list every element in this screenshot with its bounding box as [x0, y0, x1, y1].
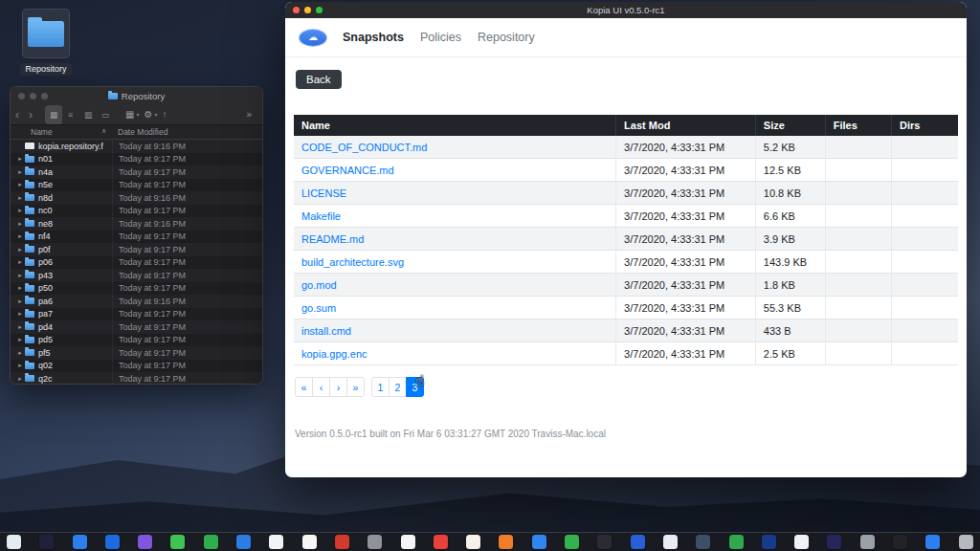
disclosure-triangle-icon[interactable]: ▸ — [15, 349, 25, 357]
finder-row[interactable]: ▸ p43 Today at 9:17 PM — [11, 269, 262, 282]
page-1-button[interactable]: 1 — [371, 377, 390, 397]
page-first-button[interactable]: « — [295, 377, 313, 397]
disclosure-triangle-icon[interactable]: ▸ — [15, 155, 25, 163]
disclosure-triangle-icon[interactable]: ▸ — [15, 207, 25, 214]
kopia-titlebar[interactable]: Kopia UI v0.5.0-rc1 — [285, 2, 967, 18]
finder-row[interactable]: ▸ pd4 Today at 9:17 PM — [11, 320, 262, 334]
column-view-button[interactable]: ▥ — [79, 105, 97, 124]
file-link[interactable]: build_architecture.svg — [294, 251, 616, 274]
desktop-icon-repository[interactable]: Repository — [20, 9, 72, 76]
finder-row[interactable]: ▸ p50 Today at 9:17 PM — [11, 282, 262, 296]
dock-app-icon[interactable] — [204, 535, 218, 549]
disclosure-triangle-icon[interactable]: ▸ — [15, 246, 25, 253]
disclosure-triangle-icon[interactable]: ▸ — [15, 194, 25, 202]
finder-titlebar[interactable]: Repository — [11, 87, 262, 104]
finder-row[interactable]: ▸ pa7 Today at 9:17 PM — [11, 308, 262, 321]
finder-row[interactable]: ▸ q2c Today at 9:17 PM — [11, 372, 262, 385]
nav-snapshots[interactable]: Snapshots — [343, 31, 404, 44]
zoom-button[interactable] — [41, 93, 48, 99]
dock-app-icon[interactable] — [631, 535, 645, 549]
page-prev-button[interactable]: ‹ — [312, 377, 330, 397]
dock-app-icon[interactable] — [696, 535, 710, 549]
zoom-button[interactable] — [316, 7, 323, 13]
file-link[interactable]: CODE_OF_CONDUCT.md — [294, 136, 616, 159]
disclosure-triangle-icon[interactable]: ▸ — [15, 298, 25, 305]
disclosure-triangle-icon[interactable]: ▸ — [15, 310, 25, 318]
minimize-button[interactable] — [304, 7, 311, 13]
disclosure-triangle-icon[interactable]: ▸ — [15, 258, 25, 266]
dock-app-icon[interactable] — [729, 535, 744, 549]
toolbar-overflow-button[interactable]: » — [241, 105, 256, 124]
dock-app-icon[interactable] — [7, 535, 21, 549]
dock-app-icon[interactable] — [762, 535, 776, 549]
dock-app-icon[interactable] — [794, 535, 809, 549]
page-2-button[interactable]: 2 — [389, 377, 407, 397]
file-link[interactable]: Makefile — [294, 205, 616, 228]
dock-app-icon[interactable] — [597, 535, 612, 549]
finder-row[interactable]: ▸ ne8 Today at 9:16 PM — [11, 217, 262, 231]
dock-app-icon[interactable] — [269, 535, 283, 549]
disclosure-triangle-icon[interactable]: ▸ — [15, 181, 25, 188]
finder-row[interactable]: ▸ nc0 Today at 9:17 PM — [11, 205, 262, 218]
dock-app-icon[interactable] — [959, 535, 973, 549]
column-header-date-modified[interactable]: Date Modified — [118, 127, 167, 137]
close-button[interactable] — [18, 93, 25, 99]
disclosure-triangle-icon[interactable]: ▸ — [15, 220, 25, 228]
finder-row[interactable]: ▸ n8d Today at 9:16 PM — [11, 191, 262, 205]
finder-row[interactable]: ▸ p0f Today at 9:17 PM — [11, 243, 262, 256]
dock-app-icon[interactable] — [434, 535, 448, 549]
dock-app-icon[interactable] — [302, 535, 317, 549]
disclosure-triangle-icon[interactable]: ▸ — [15, 168, 25, 176]
back-button[interactable]: ‹ — [11, 105, 24, 124]
dock-app-icon[interactable] — [236, 535, 251, 549]
list-view-button[interactable]: ≡ — [62, 105, 79, 124]
file-link[interactable]: install.cmd — [294, 320, 616, 342]
dock-app-icon[interactable] — [73, 535, 87, 549]
dock-app-icon[interactable] — [663, 535, 678, 549]
finder-row[interactable]: ▸ nf4 Today at 9:17 PM — [11, 231, 262, 244]
finder-row[interactable]: ▸ p06 Today at 9:17 PM — [11, 256, 262, 270]
file-link[interactable]: go.mod — [294, 274, 616, 297]
dock-app-icon[interactable] — [335, 535, 349, 549]
dock-app-icon[interactable] — [170, 535, 185, 549]
dock-app-icon[interactable] — [565, 535, 579, 549]
file-link[interactable]: README.md — [294, 228, 616, 251]
file-link[interactable]: LICENSE — [294, 182, 616, 205]
finder-row[interactable]: ▸ pf5 Today at 9:17 PM — [11, 346, 262, 360]
finder-row[interactable]: ▸ pd5 Today at 9:17 PM — [11, 334, 262, 347]
page-last-button[interactable]: » — [346, 377, 365, 397]
disclosure-triangle-icon[interactable]: ▸ — [15, 284, 25, 292]
dock-app-icon[interactable] — [466, 535, 480, 549]
dock-app-icon[interactable] — [138, 535, 152, 549]
finder-row[interactable]: ▸ pa6 Today at 9:16 PM — [11, 295, 262, 308]
file-link[interactable]: kopia.gpg.enc — [294, 342, 616, 365]
disclosure-triangle-icon[interactable]: ▸ — [15, 232, 25, 240]
dock-app-icon[interactable] — [39, 535, 54, 549]
file-link[interactable]: go.sum — [294, 297, 616, 320]
disclosure-triangle-icon[interactable]: ▸ — [15, 323, 25, 331]
dock-app-icon[interactable] — [532, 535, 546, 549]
dock-app-icon[interactable] — [105, 535, 120, 549]
file-link[interactable]: GOVERNANCE.md — [294, 159, 616, 182]
finder-row[interactable]: ▸ kopia.repository.f Today at 9:16 PM — [11, 140, 262, 153]
disclosure-triangle-icon[interactable]: ▸ — [15, 362, 25, 369]
dock-app-icon[interactable] — [860, 535, 875, 549]
dock-app-icon[interactable] — [368, 535, 382, 549]
forward-button[interactable]: › — [24, 105, 37, 124]
finder-row[interactable]: ▸ n5e Today at 9:17 PM — [11, 179, 262, 192]
back-button[interactable]: Back — [296, 70, 342, 89]
page-next-button[interactable]: › — [329, 377, 347, 397]
finder-row[interactable]: ▸ n01 Today at 9:17 PM — [11, 153, 262, 166]
close-button[interactable] — [293, 7, 300, 13]
icon-view-button[interactable]: ▦ — [45, 105, 62, 124]
minimize-button[interactable] — [30, 93, 36, 99]
dock-app-icon[interactable] — [499, 535, 513, 549]
dock-app-icon[interactable] — [925, 535, 940, 549]
disclosure-triangle-icon[interactable]: ▸ — [15, 375, 25, 383]
share-button[interactable]: ↑ — [157, 105, 171, 124]
finder-row[interactable]: ▸ q02 Today at 9:17 PM — [11, 360, 262, 373]
nav-policies[interactable]: Policies — [420, 31, 461, 44]
dock-app-icon[interactable] — [893, 535, 907, 549]
disclosure-triangle-icon[interactable]: ▸ — [15, 272, 25, 279]
nav-repository[interactable]: Repository — [478, 31, 535, 44]
